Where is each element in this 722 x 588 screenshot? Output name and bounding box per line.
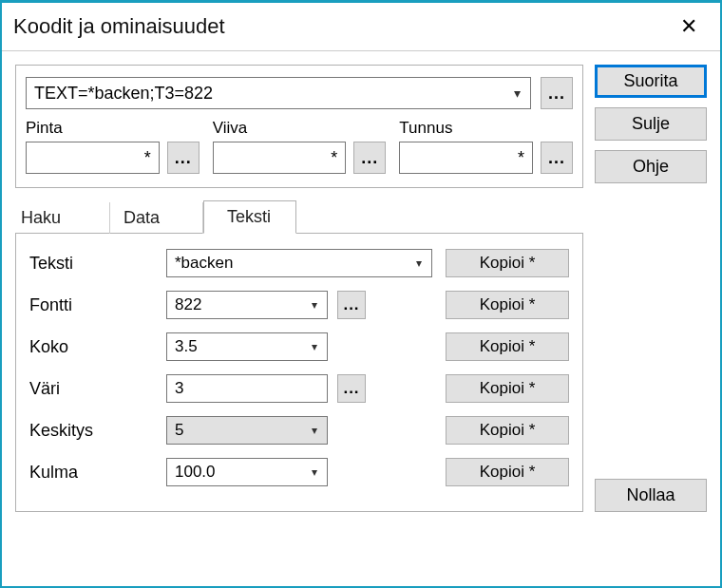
size-combo[interactable]: ▾ (166, 332, 328, 361)
color-label: Väri (29, 379, 153, 399)
line-input[interactable]: * (213, 142, 347, 174)
expression-browse-button[interactable]: ... (541, 77, 573, 109)
chevron-down-icon[interactable]: ▾ (407, 256, 431, 270)
reset-button[interactable]: Nollaa (595, 479, 707, 512)
align-copy-button[interactable]: Kopioi * (446, 416, 569, 445)
angle-combo[interactable]: ▾ (166, 458, 328, 486)
close-button[interactable]: Sulje (595, 107, 707, 141)
content: ▾ ... Pinta * ... Viiva * ... (2, 51, 720, 512)
right-column: Suorita Sulje Ohje Nollaa (595, 65, 707, 512)
align-combo[interactable]: ▾ (166, 416, 328, 445)
color-browse-button[interactable]: ... (337, 374, 366, 403)
spacer (595, 193, 707, 469)
angle-input[interactable] (167, 459, 302, 485)
tab-strip: Haku Data Teksti (15, 199, 583, 234)
tab-data[interactable]: Data (110, 202, 203, 234)
execute-button[interactable]: Suorita (595, 65, 707, 98)
align-label: Keskitys (29, 421, 153, 441)
close-icon[interactable]: ✕ (673, 12, 705, 41)
tab-search[interactable]: Haku (17, 202, 110, 234)
size-input[interactable] (167, 333, 302, 360)
font-label: Fontti (29, 295, 153, 315)
chevron-down-icon[interactable]: ▾ (302, 298, 327, 312)
text-combo[interactable]: ▾ (166, 249, 432, 277)
surface-label: Pinta (26, 119, 200, 138)
chevron-down-icon[interactable]: ▾ (302, 424, 327, 437)
window-title: Koodit ja ominaisuudet (13, 14, 225, 39)
chevron-down-icon[interactable]: ▾ (302, 340, 327, 353)
query-group: ▾ ... Pinta * ... Viiva * ... (15, 65, 583, 188)
chevron-down-icon[interactable]: ▾ (504, 85, 530, 101)
id-label: Tunnus (399, 119, 573, 138)
surface-browse-button[interactable]: ... (167, 142, 200, 174)
expression-combo[interactable]: ▾ (26, 77, 531, 109)
text-label: Teksti (29, 254, 153, 274)
id-input[interactable]: * (399, 142, 533, 174)
surface-field: Pinta * ... (26, 119, 200, 174)
font-input[interactable] (167, 292, 302, 318)
align-input[interactable] (167, 417, 302, 444)
text-copy-button[interactable]: Kopioi * (446, 249, 569, 277)
text-input[interactable] (167, 250, 407, 276)
size-copy-button[interactable]: Kopioi * (446, 332, 569, 361)
tab-area: Haku Data Teksti Teksti ▾ Kopioi * (15, 199, 583, 512)
font-combo[interactable]: ▾ (166, 291, 328, 319)
size-label: Koko (29, 337, 153, 357)
font-copy-button[interactable]: Kopioi * (446, 291, 569, 319)
line-browse-button[interactable]: ... (353, 142, 386, 174)
id-field: Tunnus * ... (399, 119, 573, 174)
left-column: ▾ ... Pinta * ... Viiva * ... (15, 65, 583, 512)
font-browse-button[interactable]: ... (337, 291, 366, 319)
color-copy-button[interactable]: Kopioi * (446, 374, 569, 403)
expression-row: ▾ ... (26, 77, 573, 109)
surface-input[interactable]: * (26, 142, 160, 174)
tab-text[interactable]: Teksti (203, 200, 296, 234)
angle-label: Kulma (29, 463, 153, 483)
titlebar: Koodit ja ominaisuudet ✕ (2, 3, 720, 51)
chevron-down-icon[interactable]: ▾ (302, 465, 327, 479)
help-button[interactable]: Ohje (595, 150, 707, 183)
id-browse-button[interactable]: ... (541, 142, 573, 174)
tab-panel-text: Teksti ▾ Kopioi * Fontti ▾ (15, 234, 583, 512)
line-field: Viiva * ... (213, 119, 387, 174)
angle-copy-button[interactable]: Kopioi * (446, 458, 569, 486)
color-input[interactable] (166, 374, 328, 403)
line-label: Viiva (213, 119, 387, 138)
expression-input[interactable] (27, 80, 504, 107)
